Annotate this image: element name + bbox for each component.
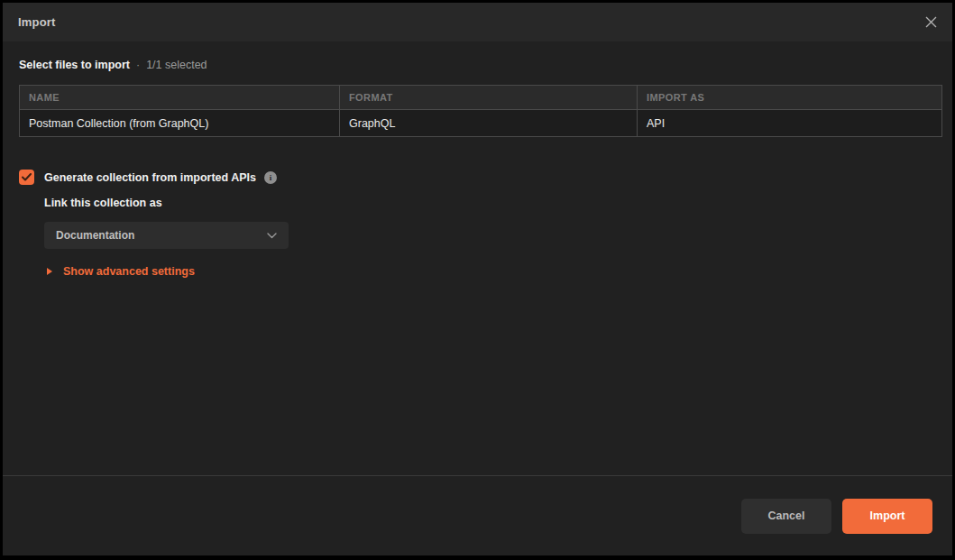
heading-separator: · <box>136 59 140 71</box>
cell-file-format: GraphQL <box>340 110 638 137</box>
cell-file-name: Postman Collection (from GraphQL) <box>20 110 340 137</box>
table-row[interactable]: Postman Collection (from GraphQL) GraphQ… <box>20 110 942 137</box>
import-modal-frame: Import Select files to import · 1/1 sele… <box>0 0 955 560</box>
show-advanced-settings-toggle[interactable]: Show advanced settings <box>47 265 936 278</box>
dialog-title: Import <box>18 15 56 29</box>
select-files-line: Select files to import · 1/1 selected <box>19 59 936 71</box>
generate-collection-label[interactable]: Generate collection from imported APIs <box>44 171 256 184</box>
checkmark-icon <box>22 173 32 181</box>
cancel-button[interactable]: Cancel <box>741 499 831 534</box>
close-button[interactable] <box>921 13 941 32</box>
link-type-select[interactable]: Documentation <box>44 222 289 249</box>
link-collection-section: Link this collection as Documentation Sh… <box>44 197 936 278</box>
close-icon <box>925 16 937 28</box>
import-files-table: NAME FORMAT IMPORT AS Postman Collection… <box>19 85 942 137</box>
dialog-header: Import <box>3 3 952 41</box>
triangle-right-icon <box>47 268 52 275</box>
table-header-row: NAME FORMAT IMPORT AS <box>20 86 942 110</box>
column-header-format: FORMAT <box>340 86 638 110</box>
dialog-content: Select files to import · 1/1 selected NA… <box>3 41 952 475</box>
chevron-down-icon <box>267 233 277 239</box>
import-dialog: Import Select files to import · 1/1 sele… <box>3 3 952 555</box>
link-collection-label: Link this collection as <box>44 197 936 209</box>
select-files-heading: Select files to import <box>19 59 130 71</box>
selected-count-status: 1/1 selected <box>146 59 207 71</box>
info-icon[interactable]: i <box>264 171 277 184</box>
cell-import-as: API <box>638 110 942 137</box>
import-button[interactable]: Import <box>842 499 932 534</box>
column-header-import-as: IMPORT AS <box>638 86 942 110</box>
generate-collection-row: Generate collection from imported APIs i <box>19 170 936 185</box>
show-advanced-settings-label: Show advanced settings <box>63 265 195 278</box>
link-type-selected-value: Documentation <box>56 229 134 242</box>
column-header-name: NAME <box>20 86 340 110</box>
generate-collection-checkbox[interactable] <box>19 170 34 185</box>
dialog-footer: Cancel Import <box>3 475 952 555</box>
